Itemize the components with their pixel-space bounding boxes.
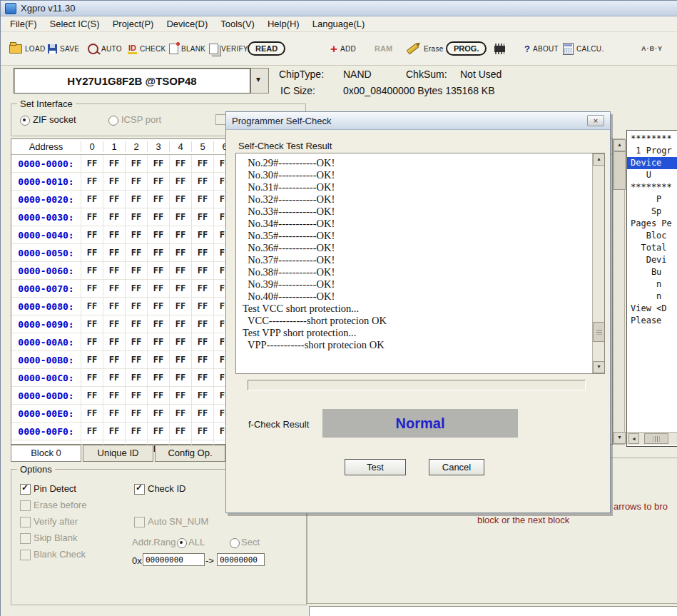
menu-item-deviced[interactable]: Device(D) — [160, 17, 214, 31]
blank-button[interactable]: BLANK — [169, 32, 205, 65]
close-icon[interactable] — [587, 115, 604, 126]
hex-cell[interactable]: FF — [81, 208, 103, 226]
scroll-up-icon[interactable] — [593, 153, 605, 166]
add-button[interactable]: +ADD — [330, 32, 356, 65]
hex-cell[interactable]: FF — [125, 262, 147, 279]
hex-cell[interactable]: FF — [191, 351, 213, 368]
hex-cell[interactable]: FF — [147, 405, 169, 422]
hscrollbar-thumb[interactable] — [644, 433, 668, 444]
menu-item-helph[interactable]: Help(H) — [261, 17, 306, 31]
hex-cell[interactable]: FF — [103, 405, 125, 422]
check-id-checkbox[interactable] — [134, 484, 145, 495]
hex-cell[interactable]: FF — [81, 298, 103, 315]
hex-cell[interactable]: FF — [147, 280, 169, 297]
hex-cell[interactable]: FF — [81, 244, 103, 261]
hex-cell[interactable]: FF — [103, 369, 125, 386]
tab-unique-id[interactable]: Unique ID — [83, 445, 153, 462]
range-from-input[interactable] — [143, 553, 205, 566]
menu-item-filef[interactable]: File(F) — [4, 17, 44, 31]
scrollbar-thumb[interactable] — [593, 322, 605, 342]
hex-cell[interactable]: FF — [103, 387, 125, 404]
hex-cell[interactable]: FF — [125, 208, 147, 226]
hex-cell[interactable]: FF — [147, 333, 169, 350]
hex-cell[interactable]: FF — [147, 387, 169, 404]
cancel-button[interactable]: Cancel — [429, 459, 484, 475]
hex-cell[interactable]: FF — [125, 191, 147, 208]
hex-cell[interactable]: FF — [103, 262, 125, 279]
hex-cell[interactable]: FF — [81, 226, 103, 243]
hex-cell[interactable]: FF — [147, 173, 169, 190]
hex-cell[interactable]: FF — [169, 315, 191, 333]
hex-cell[interactable]: FF — [147, 208, 169, 226]
hex-cell[interactable]: FF — [81, 387, 103, 404]
hex-cell[interactable]: FF — [191, 333, 213, 350]
chip-dropdown-button[interactable] — [250, 68, 269, 94]
hex-cell[interactable]: FF — [147, 369, 169, 386]
hex-cell[interactable]: FF — [191, 315, 213, 333]
hex-cell[interactable]: FF — [125, 155, 147, 172]
menu-item-languagel[interactable]: Language(L) — [306, 17, 372, 31]
tab-block-0[interactable]: Block 0 — [11, 445, 81, 462]
hex-cell[interactable]: FF — [81, 173, 103, 190]
hex-cell[interactable]: FF — [81, 280, 103, 297]
list-scrollbar[interactable] — [592, 153, 604, 373]
hex-cell[interactable]: FF — [169, 387, 191, 404]
check-button[interactable]: IDCHECK — [128, 32, 166, 65]
hex-cell[interactable]: FF — [147, 191, 169, 208]
hex-cell[interactable]: FF — [191, 423, 213, 440]
menu-item-toolsv[interactable]: Tools(V) — [214, 17, 261, 31]
auto-button[interactable]: AUTO — [88, 32, 122, 65]
hex-cell[interactable]: FF — [125, 226, 147, 243]
pin-detect-checkbox[interactable] — [20, 484, 31, 495]
hex-cell[interactable]: FF — [191, 208, 213, 226]
hex-cell[interactable]: FF — [125, 369, 147, 386]
hex-cell[interactable]: FF — [169, 262, 191, 279]
hex-cell[interactable]: FF — [169, 191, 191, 208]
hex-cell[interactable]: FF — [191, 298, 213, 315]
hex-cell[interactable]: FF — [81, 333, 103, 350]
hex-cell[interactable]: FF — [147, 315, 169, 333]
hex-cell[interactable]: FF — [147, 351, 169, 368]
hex-cell[interactable]: FF — [103, 155, 125, 172]
hex-cell[interactable]: FF — [125, 351, 147, 368]
hex-cell[interactable]: FF — [103, 333, 125, 350]
hex-cell[interactable]: FF — [125, 423, 147, 440]
hex-cell[interactable]: FF — [169, 333, 191, 350]
hex-cell[interactable]: FF — [81, 262, 103, 279]
hex-cell[interactable]: FF — [169, 405, 191, 422]
hex-cell[interactable]: FF — [125, 244, 147, 261]
hex-cell[interactable]: FF — [169, 298, 191, 315]
hex-cell[interactable]: FF — [125, 298, 147, 315]
menu-item-projectp[interactable]: Project(P) — [106, 17, 161, 31]
hex-cell[interactable]: FF — [103, 244, 125, 261]
hex-cell[interactable]: FF — [191, 387, 213, 404]
hex-cell[interactable]: FF — [125, 387, 147, 404]
convert-button[interactable]: A·B·Y — [641, 32, 663, 65]
range-to-input[interactable] — [217, 553, 265, 566]
tab-config-op-[interactable]: Config Op. — [155, 445, 225, 462]
hex-cell[interactable]: FF — [191, 280, 213, 297]
hex-cell[interactable]: FF — [169, 280, 191, 297]
hex-cell[interactable]: FF — [103, 423, 125, 440]
about-button[interactable]: ?ABOUT — [524, 32, 559, 65]
read-button[interactable]: READ — [248, 32, 285, 65]
prog-button[interactable]: PROG. — [446, 32, 487, 65]
hex-cell[interactable]: FF — [169, 208, 191, 226]
hex-cell[interactable]: FF — [103, 173, 125, 190]
scroll-down-icon[interactable] — [593, 361, 605, 373]
selected-chip-box[interactable]: HY27U1G8F2B @TSOP48 — [14, 68, 250, 94]
scroll-up-icon[interactable] — [614, 139, 626, 151]
hex-cell[interactable]: FF — [147, 244, 169, 261]
hex-cell[interactable]: FF — [103, 351, 125, 368]
hex-cell[interactable]: FF — [81, 155, 103, 172]
hex-cell[interactable]: FF — [147, 155, 169, 172]
hex-cell[interactable]: FF — [125, 315, 147, 333]
hex-cell[interactable]: FF — [191, 173, 213, 190]
hex-cell[interactable]: FF — [147, 423, 169, 440]
hex-cell[interactable]: FF — [81, 405, 103, 422]
hex-cell[interactable]: FF — [81, 369, 103, 386]
dialog-title-bar[interactable]: Programmer Self-Check — [226, 112, 610, 130]
zif-socket-radio[interactable] — [20, 116, 30, 126]
scroll-left-icon[interactable] — [628, 433, 639, 444]
scrollbar-thumb[interactable] — [614, 151, 626, 190]
